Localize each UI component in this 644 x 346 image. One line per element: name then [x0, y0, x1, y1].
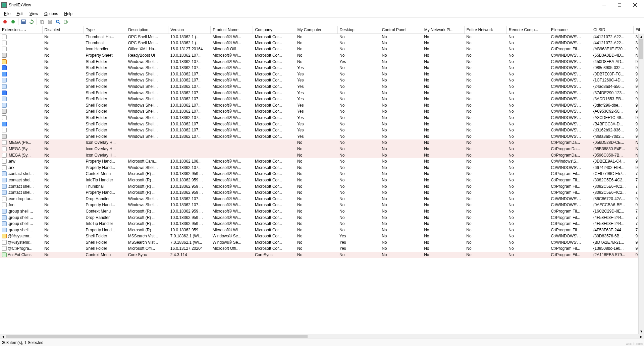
extension-icon	[2, 240, 7, 245]
properties-button[interactable]	[46, 18, 54, 25]
cell-en: No	[464, 34, 506, 40]
table-row[interactable]: .group shell ...NoProperty Hand...Micros…	[0, 227, 644, 233]
column-header-type[interactable]: Type	[84, 26, 126, 34]
table-row[interactable]: NoShell FolderWindows Shell...10.0.18362…	[0, 127, 644, 133]
table-row[interactable]: .contact shel...NoContext MenuMicrosoft …	[0, 171, 644, 177]
table-row[interactable]: NoShell FolderWindows Shell...10.0.18362…	[0, 65, 644, 71]
cell-myc: No	[295, 34, 337, 40]
copy-button[interactable]	[38, 18, 46, 25]
column-header-myc[interactable]: My Computer	[295, 26, 337, 34]
table-row[interactable]: @%systemr...NoShell FolderMSSearch Vist.…	[0, 239, 644, 246]
table-row[interactable]: NoProperty SheetReadyBoost UI10.0.18362.…	[0, 52, 644, 59]
menu-view[interactable]: View	[27, 11, 41, 17]
cell-prod: Microsoft® Wi...	[211, 214, 253, 221]
column-header-desc[interactable]: Description	[126, 26, 168, 34]
scroll-left-button[interactable]: ◂	[0, 334, 6, 339]
table-row[interactable]: .group shell ...NoInfoTip HandlerMicroso…	[0, 221, 644, 227]
scroll-track[interactable]	[639, 39, 644, 328]
cell-text: AccExt Class	[8, 252, 32, 257]
cell-myc: Yes	[295, 133, 337, 140]
enable-button[interactable]	[9, 18, 17, 25]
cell-en: No	[464, 171, 506, 177]
column-header-prod[interactable]: Product Name	[211, 26, 253, 34]
table-row[interactable]: NoThumbnailOPC Shell Met...10.0.18362.1 …	[0, 40, 644, 46]
exit-button[interactable]	[62, 18, 70, 25]
column-header-comp[interactable]: Company	[253, 26, 295, 34]
cell-desc: Windows Shell...	[126, 71, 168, 77]
hscroll-track[interactable]	[6, 334, 638, 339]
menu-edit[interactable]: Edit	[14, 11, 26, 17]
table-row[interactable]: NoShell FolderWindows Shell...10.0.18362…	[0, 90, 644, 96]
horizontal-scrollbar[interactable]: ◂ ▸	[0, 334, 644, 339]
column-header-fn[interactable]: Filename	[549, 26, 591, 34]
table-row[interactable]: NoThumbnail Ha...OPC Shell Met...10.0.18…	[0, 34, 644, 40]
header-row[interactable]: Extension...DisabledTypeDescriptionVersi…	[0, 26, 644, 34]
column-header-desk[interactable]: Desktop	[337, 26, 380, 34]
table-row[interactable]: NoShell FolderWindows Shell...10.0.18362…	[0, 121, 644, 127]
table-row[interactable]: MEGA (Sy...NoIcon Overlay H...NoNoNoNoNo…	[0, 146, 644, 152]
refresh-button[interactable]	[28, 18, 35, 25]
cell-type: Shell Folder	[84, 127, 126, 133]
table-row[interactable]: NoShell FolderWindows Shell...10.0.18362…	[0, 58, 644, 65]
cell-ver: 7.0.18362.1 (Wi...	[168, 239, 211, 246]
column-header-disabled[interactable]: Disabled	[42, 26, 84, 34]
table-row[interactable]: NoShell FolderWindows Shell...10.0.18362…	[0, 108, 644, 115]
table-row[interactable]: .group shell ...NoDrop HandlerMicrosoft …	[0, 214, 644, 221]
extension-icon	[2, 252, 7, 257]
table-row[interactable]: .group shell ...NoContext MenuMicrosoft …	[0, 208, 644, 215]
menu-file[interactable]: File	[1, 11, 13, 17]
table-row[interactable]: .fonNoProperty Hand...Windows Shell...10…	[0, 202, 644, 208]
table-row[interactable]: NoShell FolderWindows Shell...10.0.18362…	[0, 133, 644, 140]
scroll-right-button[interactable]: ▸	[638, 334, 644, 339]
cell-myc: Yes	[295, 71, 337, 77]
cell-rc: No	[506, 65, 549, 71]
scroll-thumb[interactable]	[639, 39, 643, 59]
column-header-mnp[interactable]: My Network Pl...	[422, 26, 464, 34]
cell-desk: No	[337, 139, 380, 146]
table-row[interactable]: MEGA (Pe...NoIcon Overlay H...NoNoNoNoNo…	[0, 139, 644, 146]
extensions-grid[interactable]: Extension...DisabledTypeDescriptionVersi…	[0, 26, 644, 334]
scroll-down-button[interactable]: ▾	[639, 328, 644, 334]
table-row[interactable]: NoShell FolderWindows Shell...10.0.18362…	[0, 71, 644, 77]
save-button[interactable]	[20, 18, 27, 25]
cell-cp: No	[380, 208, 422, 215]
vertical-scrollbar[interactable]: ▴ ▾	[638, 34, 644, 334]
column-header-ver[interactable]: Version	[168, 26, 211, 34]
table-row[interactable]: NoShell FolderWindows Shell...10.0.18362…	[0, 77, 644, 83]
table-row[interactable]: .contact shel...NoThumbnailMicrosoft (R)…	[0, 183, 644, 189]
menu-options[interactable]: Options	[42, 11, 61, 17]
scroll-up-button[interactable]: ▴	[639, 34, 644, 39]
table-row[interactable]: .exe drop tar...NoDrop HandlerWindows Sh…	[0, 195, 644, 202]
column-header-clsid[interactable]: CLSID	[591, 26, 634, 34]
column-header-ext[interactable]: Extension...	[0, 26, 42, 34]
maximize-button[interactable]	[612, 0, 627, 10]
cell-cp: No	[380, 158, 422, 165]
close-button[interactable]	[627, 0, 643, 10]
table-row[interactable]: .arwNoProperty Hand...Microsoft Cam...10…	[0, 158, 644, 165]
table-row[interactable]: .contact shel...NoInfoTip HandlerMicroso…	[0, 177, 644, 183]
cell-type: Shell Folder	[84, 245, 126, 252]
table-row[interactable]: @%systemr...NoShell FolderMSSearch Vist.…	[0, 233, 644, 239]
table-row[interactable]: MEGA (Sy...NoIcon Overlay H...NoNoNoNoNo…	[0, 152, 644, 158]
table-row[interactable]: @C:\Progra...NoShell FolderMicrosoft Off…	[0, 245, 644, 252]
column-header-cp[interactable]: Control Panel	[380, 26, 422, 34]
column-header-rc[interactable]: Remote Comp...	[506, 26, 549, 34]
menu-help[interactable]: Help	[61, 11, 75, 17]
cell-ver: 10.0.18362.959 ...	[168, 183, 211, 189]
table-row[interactable]: NoShell FolderWindows Shell...10.0.18362…	[0, 96, 644, 102]
table-row[interactable]: AccExt ClassNoContext MenuCore Sync2.4.3…	[0, 252, 644, 258]
hscroll-thumb[interactable]	[6, 335, 308, 338]
minimize-button[interactable]	[596, 0, 612, 10]
table-row[interactable]: NoShell FolderWindows Shell...10.0.18362…	[0, 102, 644, 109]
table-row[interactable]: .arxNoProperty Hand...Windows Shell...10…	[0, 164, 644, 171]
table-row[interactable]: NoIcon HandlerOffice XML Ha...16.0.13127…	[0, 46, 644, 52]
table-row[interactable]: NoShell FolderWindows Shell...10.0.18362…	[0, 83, 644, 90]
find-button[interactable]	[54, 18, 62, 25]
table-row[interactable]: NoShell FolderWindows Shell...10.0.18362…	[0, 115, 644, 121]
column-header-en[interactable]: Entire Network	[464, 26, 506, 34]
column-header-fil[interactable]: Fil	[634, 26, 644, 34]
cell-en: No	[464, 189, 506, 196]
cell-mnp: No	[422, 115, 464, 121]
table-row[interactable]: .contact shel...NoProperty Hand...Micros…	[0, 189, 644, 196]
disable-button[interactable]	[1, 18, 9, 25]
